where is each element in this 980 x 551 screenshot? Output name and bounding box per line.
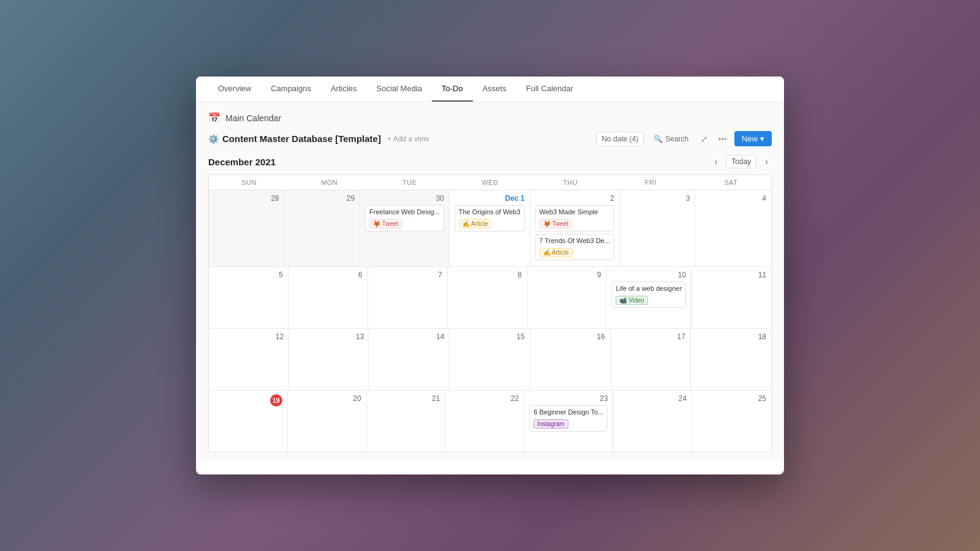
tab-social-media[interactable]: Social Media: [367, 77, 432, 102]
calendar-day-5: 5: [209, 267, 288, 328]
day-number-9: 9: [532, 271, 601, 279]
day-header-sat: Sat: [691, 175, 771, 190]
day-number-17: 17: [616, 332, 685, 341]
tab-assets[interactable]: Assets: [473, 77, 516, 102]
calendar-day-12: 12: [209, 329, 289, 390]
calendar-header-row: 📅 Main Calendar: [208, 112, 772, 124]
calendar-day-24: 24: [613, 391, 692, 452]
tab-overview[interactable]: Overview: [208, 77, 261, 102]
calendar-day-30: 30 Freelance Web Desig... 🦊 Tweet: [360, 190, 450, 266]
nav-controls: ‹ Today ›: [711, 155, 772, 168]
today-badge: 19: [270, 394, 282, 407]
next-month-button[interactable]: ›: [761, 156, 772, 168]
event-title: Web3 Made Simple: [540, 208, 610, 216]
calendar-day-16: 16: [530, 329, 611, 390]
new-button[interactable]: New ▾: [734, 131, 772, 146]
day-number-29: 29: [290, 194, 355, 203]
chevron-down-icon: ▾: [760, 134, 764, 143]
calendar-day-15: 15: [450, 329, 530, 390]
tab-to-do[interactable]: To-Do: [432, 77, 473, 102]
event-web3-simple[interactable]: Web3 Made Simple 🦊 Tweet: [535, 205, 614, 231]
event-tag-article: ✍️ Article: [459, 219, 492, 228]
day-number-16: 16: [535, 332, 605, 341]
event-title: The Origins of Web3: [459, 208, 521, 216]
tab-navigation: OverviewCampaignsArticlesSocial MediaTo-…: [196, 77, 784, 102]
calendar-day-dec1: Dec 1 The Origins of Web3 ✍️ Article: [450, 190, 530, 266]
calendar-day-21: 21: [367, 391, 446, 452]
day-number-19: 19: [214, 394, 282, 407]
calendar-day-13: 13: [289, 329, 369, 390]
event-tag-article: ✍️ Article: [540, 248, 573, 257]
calendar-day-8: 8: [448, 267, 527, 328]
calendar-week-1: 28 29 30 Freelance Web Desig... 🦊 Tweet …: [209, 190, 771, 267]
calendar-day-6: 6: [288, 267, 368, 328]
day-number-11: 11: [696, 271, 766, 279]
event-beginner-design[interactable]: 6 Beginner Design To... Instagram: [529, 405, 608, 432]
calendar-day-11: 11: [692, 267, 771, 328]
event-7-trends[interactable]: 7 Trends Of Web3 De... ✍️ Article: [535, 234, 614, 260]
day-number-28: 28: [214, 194, 279, 203]
search-icon: 🔍: [654, 135, 663, 143]
calendar-week-3: 12 13 14 15 16 17: [209, 329, 771, 391]
search-button[interactable]: 🔍 Search: [649, 132, 693, 146]
more-options-button[interactable]: •••: [715, 132, 729, 146]
month-title: December 2021: [208, 157, 276, 167]
database-icon: ⚙️: [208, 134, 219, 144]
event-tag-instagram: Instagram: [533, 419, 568, 429]
event-title: 6 Beginner Design To...: [533, 408, 603, 416]
calendar-day-19: 19: [209, 391, 288, 452]
day-number-7: 7: [373, 271, 442, 279]
day-number-24: 24: [618, 394, 687, 403]
day-number-15: 15: [454, 332, 524, 341]
calendar-day-23: 23 6 Beginner Design To... Instagram: [524, 391, 613, 452]
calendar-day-28: 28: [209, 190, 285, 266]
tab-campaigns[interactable]: Campaigns: [261, 77, 321, 102]
day-number-21: 21: [372, 394, 440, 403]
day-number-12: 12: [214, 332, 284, 341]
day-number-3: 3: [625, 194, 690, 203]
event-title: 7 Trends Of Web3 De...: [540, 237, 610, 244]
event-tag-video: 📹 Video: [616, 296, 647, 305]
day-number-20: 20: [293, 394, 361, 403]
toolbar-right: No date (4) 🔍 Search ⤢ ••• New ▾: [596, 131, 772, 146]
calendar-label: Main Calendar: [225, 113, 281, 123]
calendar-icon: 📅: [208, 112, 221, 124]
calendar-day-29: 29: [285, 190, 361, 266]
today-button[interactable]: Today: [726, 155, 756, 168]
event-title: Life of a web designer: [616, 285, 682, 292]
event-origins[interactable]: The Origins of Web3 ✍️ Article: [454, 205, 525, 231]
toolbar-row: ⚙️ Content Master Database [Template] + …: [208, 131, 772, 146]
day-header-fri: Fri: [611, 175, 691, 190]
expand-button[interactable]: ⤢: [698, 132, 710, 146]
database-title: ⚙️ Content Master Database [Template]: [208, 133, 381, 144]
toolbar-left: ⚙️ Content Master Database [Template] + …: [208, 133, 429, 144]
event-freelance[interactable]: Freelance Web Desig... 🦊 Tweet: [365, 205, 444, 231]
calendar-day-7: 7: [368, 267, 448, 328]
tab-full-calendar[interactable]: Full Calendar: [516, 77, 583, 102]
month-nav-row: December 2021 ‹ Today ›: [208, 155, 772, 168]
prev-month-button[interactable]: ‹: [711, 156, 722, 168]
day-number-5: 5: [214, 271, 283, 279]
main-content: 📅 Main Calendar ⚙️ Content Master Databa…: [196, 102, 784, 462]
event-tag-tweet: 🦊 Tweet: [369, 219, 402, 228]
day-number-dec1: Dec 1: [454, 194, 525, 203]
day-number-6: 6: [293, 271, 363, 279]
calendar-weeks: 28 29 30 Freelance Web Desig... 🦊 Tweet …: [209, 190, 771, 452]
calendar-day-9: 9: [527, 267, 607, 328]
tab-articles[interactable]: Articles: [321, 77, 367, 102]
day-number-10: 10: [611, 271, 686, 279]
calendar-day-4: 4: [695, 190, 771, 266]
calendar-day-17: 17: [611, 329, 691, 390]
day-number-25: 25: [697, 394, 766, 403]
app-window: OverviewCampaignsArticlesSocial MediaTo-…: [196, 77, 784, 474]
no-date-button[interactable]: No date (4): [596, 132, 644, 146]
event-life-web-designer[interactable]: Life of a web designer 📹 Video: [611, 282, 686, 308]
day-number-13: 13: [294, 332, 364, 341]
day-header-tue: Tue: [369, 175, 450, 190]
day-number-4: 4: [700, 194, 766, 203]
day-number-23: 23: [529, 394, 608, 403]
add-view-button[interactable]: + Add a view: [387, 135, 429, 143]
calendar-day-22: 22: [445, 391, 524, 452]
event-tag-tweet: 🦊 Tweet: [540, 219, 572, 228]
day-number-8: 8: [453, 271, 522, 279]
